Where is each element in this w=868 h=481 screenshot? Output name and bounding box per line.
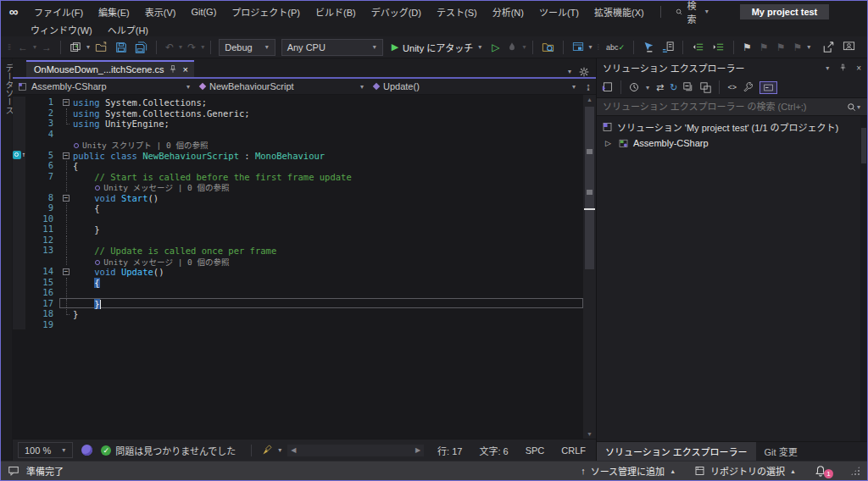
project-name-box[interactable]: My project test: [740, 4, 830, 19]
breakpoint-margin[interactable]: [13, 256, 25, 267]
menu-item[interactable]: プロジェクト(P): [224, 3, 308, 21]
breakpoint-margin[interactable]: [13, 129, 25, 140]
menu-item[interactable]: ビルド(B): [308, 3, 364, 21]
pin-icon[interactable]: [169, 65, 177, 74]
open-file-icon[interactable]: [92, 40, 111, 55]
pin-icon[interactable]: [839, 64, 847, 72]
code-cleanup-chevron-icon[interactable]: ▾: [277, 445, 282, 456]
switch-views-icon[interactable]: [602, 82, 613, 93]
outlining-margin[interactable]: [60, 235, 73, 245]
code-line[interactable]: 10: [13, 213, 583, 224]
breakpoint-margin[interactable]: [13, 235, 25, 246]
outlining-margin[interactable]: [60, 288, 73, 297]
outlining-margin[interactable]: [60, 257, 73, 266]
notifications-button[interactable]: 1: [815, 465, 832, 477]
column-indicator[interactable]: 文字: 6: [470, 444, 516, 457]
code-line[interactable]: 1−using System.Collections;: [13, 97, 583, 108]
code-line[interactable]: 19: [13, 319, 583, 330]
find-in-files-icon[interactable]: [538, 40, 558, 55]
collapse-box-icon[interactable]: −: [63, 99, 70, 106]
outlining-margin[interactable]: [60, 214, 73, 224]
code-cleanup-icon[interactable]: [259, 443, 277, 457]
hot-reload-icon[interactable]: [504, 40, 520, 54]
solution-node[interactable]: ソリューション 'My project test' (1/1 のプロジェクト): [597, 119, 867, 135]
save-icon[interactable]: [112, 40, 131, 55]
redo-icon[interactable]: ↷: [184, 40, 199, 55]
outlining-margin[interactable]: [60, 309, 73, 318]
scroll-up-icon[interactable]: ▲: [583, 97, 596, 102]
breakpoint-margin[interactable]: [13, 213, 25, 224]
solution-platform-dropdown[interactable]: Any CPU ▾: [281, 39, 383, 56]
outlining-margin[interactable]: [60, 108, 73, 118]
code-line[interactable]: 17 }: [13, 298, 583, 309]
code-line[interactable]: 13 // Update is called once per frame: [13, 245, 583, 256]
outlining-margin[interactable]: [60, 224, 73, 234]
code-line[interactable]: 18}: [13, 308, 583, 319]
scrollbar-thumb[interactable]: [861, 128, 866, 163]
outlining-margin[interactable]: [60, 246, 73, 255]
vertical-scrollbar[interactable]: ▲ ▼: [583, 95, 596, 439]
code-line[interactable]: 9 {: [13, 202, 583, 213]
breakpoint-margin[interactable]: [13, 139, 25, 150]
filter-chevron-icon[interactable]: ▾: [645, 82, 650, 93]
code-line[interactable]: 2using System.Collections.Generic;: [13, 108, 583, 119]
tab-git-changes[interactable]: Git 変更: [756, 442, 806, 461]
intellicode-icon[interactable]: [81, 445, 92, 456]
menu-item[interactable]: 編集(E): [91, 3, 137, 21]
code-line[interactable]: 6{: [13, 160, 583, 171]
chevron-down-icon[interactable]: ▾: [704, 6, 709, 17]
collapse-all-icon[interactable]: [683, 82, 694, 93]
code-line[interactable]: 16: [13, 287, 583, 298]
active-files-dropdown-icon[interactable]: ▾: [567, 66, 572, 77]
menu-item[interactable]: テスト(S): [429, 3, 485, 21]
menu-item[interactable]: 拡張機能(X): [587, 3, 652, 21]
search-icon[interactable]: [847, 102, 856, 112]
code-lines[interactable]: 1−using System.Collections;2using System…: [13, 95, 583, 439]
outlining-margin[interactable]: [60, 278, 73, 287]
send-feedback-icon[interactable]: [839, 40, 859, 55]
breakpoint-margin[interactable]: ↑: [13, 150, 25, 161]
close-panel-icon[interactable]: ×: [856, 64, 861, 73]
hot-reload-chevron-icon[interactable]: ▾: [521, 41, 526, 53]
breakpoint-margin[interactable]: [13, 192, 25, 203]
new-project-chevron-icon[interactable]: ▾: [86, 41, 91, 53]
outlining-margin[interactable]: [60, 182, 73, 191]
toggle-bookmark-icon[interactable]: ⚑: [739, 40, 755, 55]
breakpoint-margin[interactable]: [13, 181, 25, 192]
minimize-button[interactable]: ─: [863, 1, 868, 22]
share-icon[interactable]: [819, 40, 838, 55]
codelens-row[interactable]: Unity メッセージ | 0 個の参照: [13, 256, 583, 267]
split-editor-icon[interactable]: ↨: [581, 81, 596, 91]
navigate-forward-icon[interactable]: →: [38, 40, 55, 55]
spell-check-icon[interactable]: abc✓: [603, 41, 628, 53]
save-all-icon[interactable]: [131, 40, 151, 55]
bookmarks-window-icon[interactable]: ⚑: [789, 40, 805, 55]
toolbar-grip[interactable]: ⁞⁞: [8, 43, 10, 52]
navigate-back-chevron-icon[interactable]: ▾: [32, 41, 37, 53]
scroll-down-icon[interactable]: ▼: [583, 431, 596, 437]
panel-scrollbar[interactable]: [860, 116, 867, 441]
horizontal-scrollbar[interactable]: ◀ ▶: [287, 445, 424, 456]
outlining-margin[interactable]: [60, 320, 73, 329]
outlining-margin[interactable]: [60, 172, 73, 181]
collapse-box-icon[interactable]: −: [63, 195, 70, 202]
sync-with-active-document-icon[interactable]: ⇄: [656, 82, 664, 93]
code-line[interactable]: 7 // Start is called before the first fr…: [13, 171, 583, 182]
code-line[interactable]: 12: [13, 235, 583, 246]
code-line[interactable]: 3using UnityEngine;: [13, 118, 583, 129]
type-dropdown[interactable]: NewBehaviourScript ▾: [195, 79, 369, 94]
document-health-indicator[interactable]: ✓ 問題は見つかりませんでした: [101, 444, 236, 457]
editor-options-gear-icon[interactable]: [579, 67, 589, 77]
resize-grip[interactable]: [850, 466, 860, 476]
breakpoint-margin[interactable]: [13, 202, 25, 213]
breakpoint-margin[interactable]: [13, 108, 25, 119]
expander-icon[interactable]: ▷: [605, 139, 614, 147]
start-without-debugging-icon[interactable]: ▷: [488, 40, 503, 55]
search-options-chevron-icon[interactable]: ▾: [856, 102, 861, 113]
undo-icon[interactable]: ↶: [162, 40, 177, 55]
outlining-margin[interactable]: −: [60, 151, 73, 160]
outlining-margin[interactable]: −: [60, 267, 73, 276]
close-tab-icon[interactable]: ×: [182, 64, 187, 75]
solution-search-box[interactable]: ▾: [597, 98, 867, 116]
code-line[interactable]: ↑5−public class NewBehaviourScript : Mon…: [13, 150, 583, 161]
